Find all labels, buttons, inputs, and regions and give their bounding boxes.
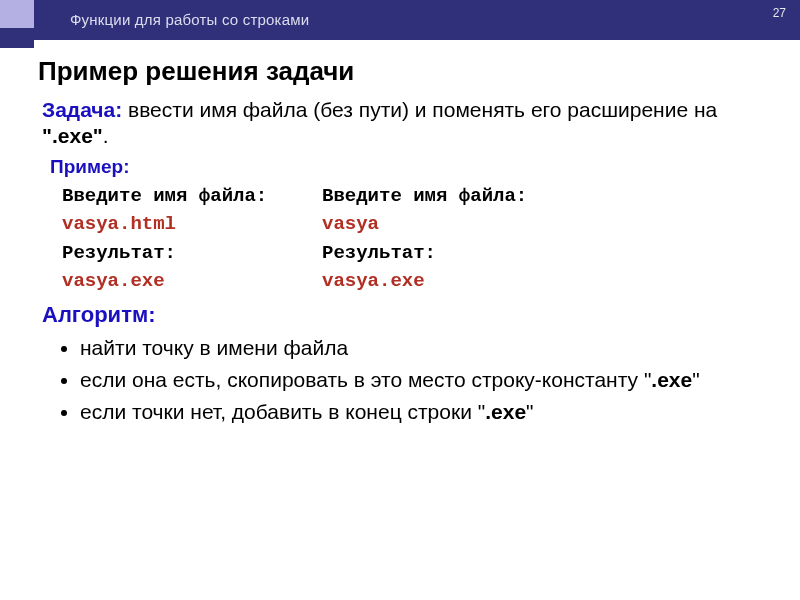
example-left-result: vasya.exe xyxy=(62,267,322,296)
slide: Функции для работы со строками 27 Пример… xyxy=(0,0,800,600)
algo-2-pre: если она есть, скопировать в это место с… xyxy=(80,368,651,391)
algo-1-text: найти точку в имени файла xyxy=(80,336,348,359)
example-left: Введите имя файла: vasya.html Результат:… xyxy=(62,182,322,296)
algo-3-pre: если точки нет, добавить в конец строки … xyxy=(80,400,485,423)
example-right-result-label: Результат: xyxy=(322,239,582,268)
algo-3-bold: .exe xyxy=(485,400,526,423)
content-area: Пример решения задачи Задача: ввести имя… xyxy=(0,40,800,427)
algorithm-label: Алгоритм: xyxy=(42,302,770,328)
algo-2-post: " xyxy=(692,368,699,391)
example-label: Пример: xyxy=(50,156,770,178)
algorithm-list: найти точку в имени файла если она есть,… xyxy=(80,334,770,427)
example-left-input: vasya.html xyxy=(62,210,322,239)
algorithm-item-2: если она есть, скопировать в это место с… xyxy=(80,366,770,394)
slide-title: Пример решения задачи xyxy=(38,56,770,87)
corner-accent-bottom xyxy=(0,28,34,48)
corner-accent-top xyxy=(0,0,34,28)
example-block: Введите имя файла: vasya.html Результат:… xyxy=(62,182,770,296)
task-ext: ".exe" xyxy=(42,124,103,147)
example-left-result-label: Результат: xyxy=(62,239,322,268)
task-label: Задача: xyxy=(42,98,122,121)
example-right-prompt: Введите имя файла: xyxy=(322,182,582,211)
example-right-result: vasya.exe xyxy=(322,267,582,296)
algorithm-item-3: если точки нет, добавить в конец строки … xyxy=(80,398,770,426)
task-text-1: ввести имя файла (без пути) и поменять е… xyxy=(122,98,717,121)
task-text-2: . xyxy=(103,124,109,147)
example-left-prompt: Введите имя файла: xyxy=(62,182,322,211)
header-bar: Функции для работы со строками 27 xyxy=(34,0,800,40)
algo-2-bold: .exe xyxy=(651,368,692,391)
header-title: Функции для работы со строками xyxy=(34,0,800,40)
example-right: Введите имя файла: vasya Результат: vasy… xyxy=(322,182,582,296)
page-number: 27 xyxy=(773,6,786,20)
example-right-input: vasya xyxy=(322,210,582,239)
task-description: Задача: ввести имя файла (без пути) и по… xyxy=(42,97,770,150)
algo-3-post: " xyxy=(526,400,533,423)
algorithm-item-1: найти точку в имени файла xyxy=(80,334,770,362)
